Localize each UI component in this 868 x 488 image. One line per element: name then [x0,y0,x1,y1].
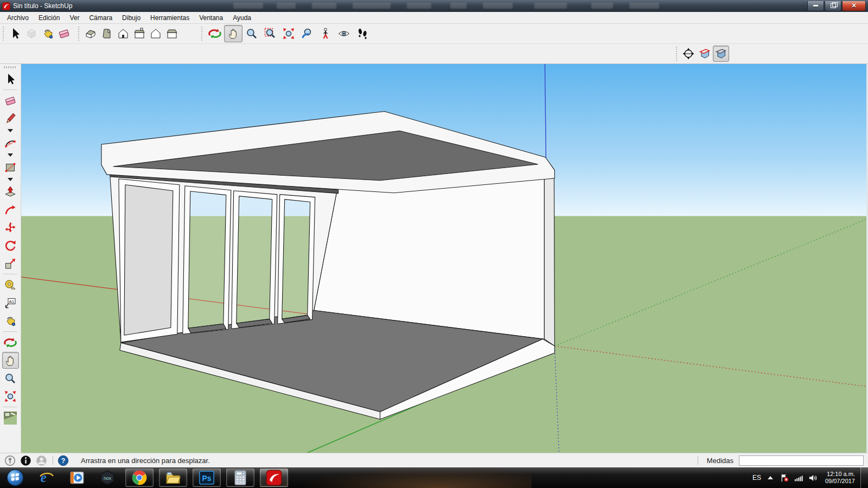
texture-tool-button[interactable] [2,409,19,426]
orbit-button[interactable] [2,334,19,351]
zoom-extents-button[interactable] [2,388,19,404]
ghost-artifact [534,3,567,9]
help-icon[interactable] [58,455,69,466]
geolocation-icon[interactable] [4,455,16,466]
paint-bucket-button[interactable] [2,312,19,329]
position-camera-icon [319,27,332,40]
tape-measure-icon [4,279,17,292]
menu-ver[interactable]: Ver [65,13,84,23]
scale-tool-button[interactable] [2,255,19,272]
section-plane-button[interactable] [697,46,713,62]
pan-button[interactable] [2,352,19,369]
section-cut-icon [714,47,727,60]
menu-archivo[interactable]: Archivo [2,13,34,23]
viewport-canvas[interactable] [21,64,866,453]
show-desktop-button[interactable] [860,467,868,488]
tape-measure-button[interactable] [2,277,19,293]
taskbar-photoshop[interactable] [193,468,221,487]
toolbar-drag-handle[interactable] [675,47,678,61]
zoom-button[interactable] [2,370,19,387]
follow-me-button[interactable] [2,201,19,218]
separator [698,456,698,465]
make-component-button[interactable] [23,25,40,42]
pan-hand-icon [4,354,17,367]
arc-tool-button[interactable] [2,134,19,151]
tray-time: 12:10 a.m. [825,471,855,478]
zoom-window-button[interactable] [261,25,279,42]
restore-button[interactable] [825,1,841,11]
taskbar-file-explorer[interactable] [159,468,187,487]
sign-in-icon[interactable] [36,455,47,466]
move-tool-button[interactable] [2,219,19,236]
menu-camara[interactable]: Cámara [84,13,117,23]
rectangle-tool-button[interactable] [2,159,19,176]
clock[interactable]: 12:10 a.m. 09/07/2017 [825,471,855,485]
zoom-button[interactable] [242,25,261,42]
compass-icon [682,47,695,60]
taskbar-nox[interactable] [95,468,120,487]
language-indicator[interactable]: ES [752,474,761,481]
move-icon [4,221,17,234]
toolbar-drag-handle[interactable] [4,66,17,68]
minimize-button[interactable] [807,1,824,11]
menu-dibujo[interactable]: Dibujo [117,13,145,23]
ghost-artifact [353,3,391,9]
view-left-button[interactable] [164,25,180,42]
menu-ventana[interactable]: Ventana [194,13,228,23]
eraser-button[interactable] [2,92,19,109]
menu-herramientas[interactable]: Herramientas [145,13,194,23]
wall-end-face [544,174,554,346]
toolbar-drag-handle[interactable] [201,27,203,41]
view-front-button[interactable] [115,25,131,42]
orbit-button[interactable] [206,25,224,42]
rectangle-flyout-arrow[interactable] [8,178,13,181]
medidas-input[interactable] [739,455,864,466]
house-top-icon [100,27,113,40]
select-tool-button[interactable] [7,25,23,42]
taskbar-media-player[interactable] [65,468,90,487]
push-pull-button[interactable] [2,183,19,200]
eraser-button[interactable] [56,25,72,42]
paint-bucket-button[interactable] [40,25,56,42]
taskbar-calculator[interactable] [226,468,254,487]
zoom-extents-button[interactable] [279,25,298,42]
separator [3,274,17,274]
view-top-button[interactable] [99,25,115,42]
arc-flyout-arrow[interactable] [8,153,13,157]
view-iso-button[interactable] [82,25,99,42]
volume-icon[interactable] [808,473,818,483]
view-right-button[interactable] [131,25,148,42]
taskbar-chrome[interactable] [125,468,154,487]
ghost-artifact [450,3,467,9]
menu-edicion[interactable]: Edición [34,13,65,23]
menu-ayuda[interactable]: Ayuda [228,13,256,23]
toolbar-drag-handle[interactable] [78,27,80,41]
position-camera-button[interactable] [316,25,335,42]
pan-button[interactable] [224,25,242,42]
text-tool-button[interactable] [2,294,19,311]
toolbar-row-2 [0,44,868,64]
close-button[interactable]: ✕ [842,1,866,11]
ghost-artifact [233,3,263,9]
toolbar-drag-handle[interactable] [2,27,5,41]
look-around-button[interactable] [335,25,353,42]
action-center-flag-icon[interactable] [780,473,790,483]
zoom-extents-icon [4,390,17,403]
taskbar-sketchup[interactable] [260,468,288,487]
compass-button[interactable] [680,46,697,62]
walk-button[interactable] [353,25,372,42]
credits-info-icon[interactable] [20,455,31,466]
start-button[interactable] [4,468,26,487]
ghost-artifact [277,3,296,9]
view-back-button[interactable] [148,25,164,42]
line-flyout-arrow[interactable] [8,129,13,132]
line-tool-button[interactable] [2,110,19,127]
network-signal-icon[interactable] [794,473,804,483]
section-cut-button[interactable] [713,46,729,62]
zoom-previous-button[interactable] [298,25,316,42]
tray-expand-icon[interactable] [768,476,773,479]
rotate-tool-button[interactable] [2,237,19,254]
taskbar-internet-explorer[interactable] [34,468,59,487]
select-tool-button[interactable] [2,70,19,87]
footprints-icon [356,27,369,40]
